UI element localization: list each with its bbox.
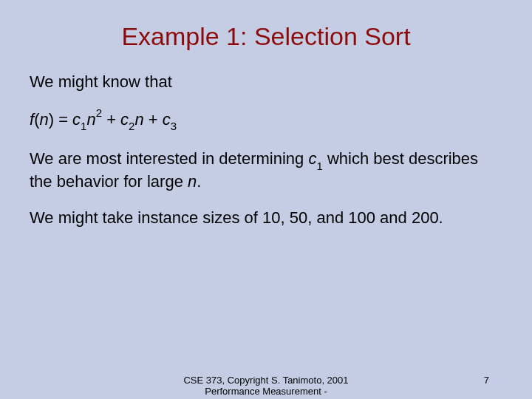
term-c2: c [120, 110, 129, 129]
explain-a: We are most interested in determining [30, 149, 308, 168]
term-c1: c [72, 110, 81, 129]
term-n2: n [134, 110, 143, 129]
slide-body: We might know that f(n) = c1n2 + c2n + c… [0, 72, 532, 228]
plus-2: + [144, 110, 163, 129]
term-c3: c [163, 110, 171, 129]
slide: Example 1: Selection Sort We might know … [0, 0, 532, 399]
explain-n: n [188, 172, 197, 191]
sup-2: 2 [96, 106, 102, 119]
intro-line: We might know that [30, 72, 502, 92]
sub-2: 2 [129, 120, 134, 132]
explain-period: . [197, 172, 201, 191]
footer-line1: CSE 373, Copyright S. Tanimoto, 2001 [155, 375, 377, 386]
explain-sub1: 1 [316, 160, 322, 172]
slide-title: Example 1: Selection Sort [0, 0, 532, 51]
footer-center: CSE 373, Copyright S. Tanimoto, 2001 Per… [155, 375, 377, 398]
sub-1: 1 [81, 120, 86, 132]
formula-line: f(n) = c1n2 + c2n + c3 [30, 109, 502, 132]
page-number: 7 [484, 375, 489, 386]
paren-close-eq: ) = [49, 110, 72, 129]
plus-1: + [102, 110, 120, 129]
explain-c: c [308, 149, 316, 168]
sizes-line: We might take instance sizes of 10, 50, … [30, 208, 502, 228]
explain-line: We are most interested in determining c1… [30, 149, 502, 192]
term-n1: n [86, 110, 95, 129]
footer-line2: Performance Measurement - [155, 386, 377, 398]
sub-3: 3 [171, 120, 177, 132]
fn-n: n [39, 110, 48, 129]
